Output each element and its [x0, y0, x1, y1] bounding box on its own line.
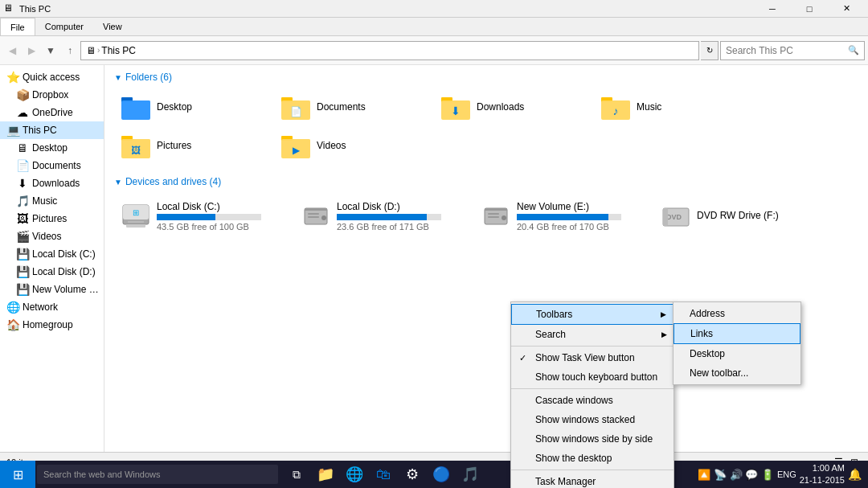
tab-computer[interactable]: Computer — [35, 18, 93, 35]
taskbar-icons: ⧉ 📁 🌐 🛍 ⚙ 🔵 🎵 — [280, 461, 487, 488]
windows-logo: ⊞ — [13, 467, 23, 482]
drive-bar-fill-c — [157, 214, 215, 220]
menu-item-show-desktop[interactable]: Show the desktop — [511, 449, 674, 468]
folder-item-music[interactable]: ♪ Music — [594, 89, 751, 125]
context-menu: ToolbarsSearch✓Show Task View buttonShow… — [510, 301, 674, 488]
taskbar-search[interactable]: Search the web and Windows — [37, 465, 278, 484]
forward-button[interactable]: ▶ — [23, 42, 40, 59]
notifications-icon[interactable]: 🔔 — [848, 468, 862, 481]
up-button[interactable]: ↑ — [61, 42, 79, 59]
address-box[interactable]: 🖥 › This PC — [80, 41, 699, 60]
start-button[interactable]: ⊞ — [0, 461, 35, 488]
submenu-item-links[interactable]: Links — [674, 323, 800, 344]
sidebar-icon-desktop: 🖥 — [16, 141, 29, 154]
folder-item-videos[interactable]: ▶ Videos — [274, 128, 431, 163]
sidebar-item-quick-access[interactable]: ⭐Quick access — [0, 68, 104, 86]
breadcrumb-separator: › — [97, 46, 100, 55]
maximize-button[interactable]: □ — [791, 0, 828, 18]
settings-button[interactable]: ⚙ — [399, 461, 426, 488]
refresh-button[interactable]: ↻ — [701, 41, 719, 60]
sidebar-icon-videos: 🎬 — [16, 230, 29, 243]
menu-item-toolbars[interactable]: Toolbars — [511, 304, 674, 325]
sidebar-item-documents[interactable]: 📄Documents — [0, 157, 104, 174]
sidebar-item-desktop[interactable]: 🖥Desktop — [0, 139, 104, 157]
sidebar-item-pictures[interactable]: 🖼Pictures — [0, 210, 104, 228]
menu-item-side-by-side[interactable]: Show windows side by side — [511, 429, 674, 449]
search-box[interactable]: 🔍 — [720, 41, 865, 60]
breadcrumb-pc-icon[interactable]: 🖥 — [86, 45, 96, 56]
sidebar-icon-local-c: 💾 — [16, 248, 29, 260]
sidebar-item-new-volume-e[interactable]: 💾New Volume (E:) — [0, 281, 104, 298]
sidebar-item-onedrive[interactable]: ☁OneDrive — [0, 104, 104, 121]
menu-item-show-touch-kb[interactable]: Show touch keyboard button — [511, 367, 674, 387]
drive-name-f: DVD RW Drive (F:) — [697, 210, 825, 221]
drive-item-d[interactable]: Local Disk (D:) 23.6 GB free of 171 GB — [294, 194, 471, 239]
drive-icon-d — [300, 200, 332, 232]
drive-info-d: Local Disk (D:) 23.6 GB free of 171 GB — [337, 201, 465, 232]
menu-item-search[interactable]: Search — [511, 325, 674, 344]
tab-view[interactable]: View — [93, 18, 132, 35]
drive-item-c[interactable]: ⊞ Local Disk (C:) 43.5 GB free of 100 GB — [114, 194, 291, 239]
sidebar-icon-quick-access: ⭐ — [6, 71, 19, 84]
submenu-item-desktop[interactable]: Desktop — [674, 344, 800, 363]
sidebar-item-dropbox[interactable]: 📦Dropbox — [0, 86, 104, 104]
folders-collapse-icon[interactable]: ▼ — [114, 73, 122, 82]
sidebar-icon-pictures: 🖼 — [16, 212, 29, 225]
search-input[interactable] — [726, 45, 848, 56]
breadcrumb-this-pc[interactable]: This PC — [101, 45, 136, 56]
sidebar-icon-homegroup: 🏠 — [6, 318, 19, 331]
sidebar-label-documents: Documents — [32, 160, 81, 171]
breadcrumb: 🖥 › This PC — [86, 45, 136, 56]
drive-item-e[interactable]: New Volume (E:) 20.4 GB free of 170 GB — [474, 194, 651, 239]
main-layout: ⭐Quick access📦Dropbox☁OneDrive💻This PC🖥D… — [0, 65, 868, 452]
sidebar-icon-downloads: ⬇ — [16, 177, 29, 190]
tab-file[interactable]: File — [0, 18, 35, 35]
menu-item-task-manager[interactable]: Task Manager — [511, 472, 674, 488]
back-button[interactable]: ◀ — [3, 42, 21, 59]
svg-rect-34 — [485, 208, 507, 211]
file-explorer-button[interactable]: 📁 — [312, 461, 339, 488]
folder-item-downloads[interactable]: ⬇ Downloads — [434, 89, 591, 125]
svg-rect-36 — [488, 213, 499, 215]
minimize-button[interactable]: ─ — [754, 0, 791, 18]
spotify-button[interactable]: 🎵 — [457, 461, 484, 488]
task-view-button[interactable]: ⧉ — [283, 461, 310, 488]
close-button[interactable]: ✕ — [828, 0, 865, 18]
chrome-button[interactable]: 🔵 — [428, 461, 455, 488]
window-icon: 🖥 — [3, 2, 16, 15]
sidebar-item-this-pc[interactable]: 💻This PC — [0, 121, 104, 139]
folder-item-desktop[interactable]: Desktop — [114, 89, 271, 125]
recent-locations-button[interactable]: ▼ — [42, 42, 59, 59]
menu-item-stacked[interactable]: Show windows stacked — [511, 410, 674, 429]
sidebar-label-this-pc: This PC — [23, 125, 57, 136]
svg-point-30 — [321, 215, 326, 220]
sidebar-item-downloads[interactable]: ⬇Downloads — [0, 174, 104, 192]
drive-item-f[interactable]: DVD DVD RW Drive (F:) — [654, 194, 831, 239]
drives-collapse-icon[interactable]: ▼ — [114, 178, 122, 187]
sidebar-label-new-volume-e: New Volume (E:) — [32, 284, 100, 295]
menu-item-cascade[interactable]: Cascade windows — [511, 391, 674, 410]
sidebar-item-videos[interactable]: 🎬Videos — [0, 228, 104, 245]
sidebar-item-local-c[interactable]: 💾Local Disk (C:) — [0, 245, 104, 263]
svg-rect-32 — [308, 216, 319, 218]
store-button[interactable]: 🛍 — [370, 461, 397, 488]
drive-bar-fill-e — [517, 214, 608, 220]
clock: 1:00 AM 21-11-2015 — [800, 462, 845, 487]
edge-button[interactable]: 🌐 — [341, 461, 368, 488]
sidebar-item-local-d[interactable]: 💾Local Disk (D:) — [0, 263, 104, 281]
sidebar-item-music[interactable]: 🎵Music — [0, 192, 104, 210]
folder-label-downloads: Downloads — [477, 101, 524, 113]
menu-item-show-task-view[interactable]: ✓Show Task View button — [511, 348, 674, 367]
folder-item-documents[interactable]: 📄 Documents — [274, 89, 431, 125]
folder-item-pictures[interactable]: 🖼 Pictures — [114, 128, 271, 163]
sidebar-item-homegroup[interactable]: 🏠Homegroup — [0, 316, 104, 334]
sidebar-label-pictures: Pictures — [32, 213, 67, 224]
sidebar-item-network[interactable]: 🌐Network — [0, 298, 104, 316]
submenu-item-address[interactable]: Address — [674, 304, 800, 323]
window-controls: ─ □ ✕ — [754, 0, 865, 18]
submenu-item-new-toolbar[interactable]: New toolbar... — [674, 363, 800, 383]
folder-icon-music: ♪ — [600, 92, 632, 121]
drive-space-d: 23.6 GB free of 171 GB — [337, 222, 465, 232]
menu-item-label-show-desktop: Show the desktop — [535, 453, 612, 464]
sidebar-label-network: Network — [23, 301, 58, 313]
